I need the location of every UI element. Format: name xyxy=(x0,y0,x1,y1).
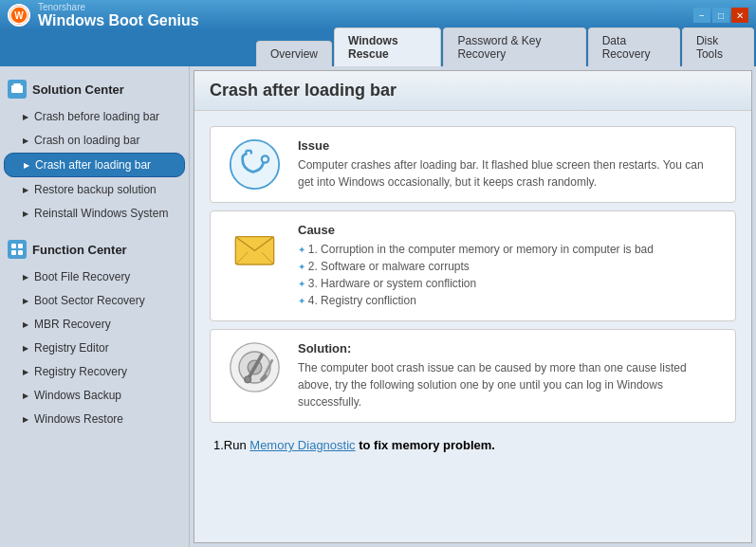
step1-container: 1.Run Memory Diagnostic to fix memory pr… xyxy=(210,430,736,460)
issue-text: Computer crashes after loading bar. It f… xyxy=(298,156,720,191)
main-container: Solution Center Crash before loading bar… xyxy=(0,66,756,547)
sidebar-item-windows-restore[interactable]: Windows Restore xyxy=(4,408,185,430)
solution-center-icon xyxy=(8,80,27,99)
sidebar: Solution Center Crash before loading bar… xyxy=(0,66,190,547)
issue-content: Issue Computer crashes after loading bar… xyxy=(298,138,720,191)
app-logo: W xyxy=(8,4,30,27)
solution-text: The computer boot crash issue can be cau… xyxy=(298,359,720,410)
titlebar: W Tenorshare Windows Boot Genius − □ ✕ xyxy=(0,0,756,30)
sidebar-item-registry-recovery[interactable]: Registry Recovery xyxy=(4,360,185,383)
svg-point-17 xyxy=(244,376,250,383)
function-center-icon xyxy=(8,240,27,259)
page-title: Crash after loading bar xyxy=(210,81,736,100)
cause-icon xyxy=(226,223,283,275)
solution-center-label: Solution Center xyxy=(32,82,124,97)
close-button[interactable]: ✕ xyxy=(731,8,748,23)
sidebar-item-crash-after[interactable]: Crash after loading bar xyxy=(4,153,185,177)
cause-item-2: 2. Software or malware corrupts xyxy=(298,258,720,275)
window-controls: − □ ✕ xyxy=(693,8,748,23)
svg-rect-4 xyxy=(11,244,16,248)
svg-rect-3 xyxy=(13,83,21,85)
svg-text:W: W xyxy=(14,10,24,21)
step1-suffix: to fix memory problem. xyxy=(356,438,495,452)
function-center-header: Function Center xyxy=(0,234,189,264)
memory-diagnostic-link[interactable]: Memory Diagnostic xyxy=(249,438,355,452)
content-area: Crash after loading bar Issue xyxy=(194,70,752,543)
sidebar-item-boot-sector[interactable]: Boot Sector Recovery xyxy=(4,289,185,312)
maximize-button[interactable]: □ xyxy=(712,8,729,23)
solution-content: Solution: The computer boot crash issue … xyxy=(298,341,720,410)
step1-prefix: 1.Run xyxy=(213,438,249,452)
cause-item-1: 1. Corruption in the computer memory or … xyxy=(298,241,720,258)
app-title-block: Tenorshare Windows Boot Genius xyxy=(38,2,199,29)
function-center-label: Function Center xyxy=(32,243,127,257)
tab-password-recovery[interactable]: Password & Key Recovery xyxy=(443,27,585,66)
content-body: Issue Computer crashes after loading bar… xyxy=(194,111,751,467)
issue-title: Issue xyxy=(298,138,720,153)
sidebar-item-registry-editor[interactable]: Registry Editor xyxy=(4,337,185,359)
sidebar-item-crash-before[interactable]: Crash before loading bar xyxy=(4,105,185,128)
cause-card: Cause 1. Corruption in the computer memo… xyxy=(210,210,736,321)
cause-title: Cause xyxy=(298,223,720,237)
sidebar-item-mbr-recovery[interactable]: MBR Recovery xyxy=(4,313,185,336)
cause-item-3: 3. Hardware or system confliction xyxy=(298,275,720,292)
tab-windows-rescue[interactable]: Windows Rescue xyxy=(334,27,441,66)
svg-rect-7 xyxy=(18,250,23,255)
svg-rect-5 xyxy=(18,244,23,248)
app-name: Windows Boot Genius xyxy=(38,12,199,29)
cause-list: 1. Corruption in the computer memory or … xyxy=(298,241,720,309)
issue-icon xyxy=(226,138,283,191)
sidebar-item-boot-file[interactable]: Boot File Recovery xyxy=(4,265,185,288)
sidebar-item-crash-on[interactable]: Crash on loading bar xyxy=(4,129,185,152)
solution-title: Solution: xyxy=(298,341,720,356)
tab-disk-tools[interactable]: Disk Tools xyxy=(682,27,754,66)
tab-overview[interactable]: Overview xyxy=(256,41,332,66)
svg-rect-2 xyxy=(11,85,23,93)
sidebar-item-reinstall-windows[interactable]: Reinstall Windows System xyxy=(4,202,185,225)
company-name: Tenorshare xyxy=(38,2,199,12)
solution-icon xyxy=(226,341,283,393)
issue-card: Issue Computer crashes after loading bar… xyxy=(210,126,736,203)
navbar: Overview Windows Rescue Password & Key R… xyxy=(0,30,756,66)
minimize-button[interactable]: − xyxy=(693,8,710,23)
sidebar-item-windows-backup[interactable]: Windows Backup xyxy=(4,384,185,407)
titlebar-left: W Tenorshare Windows Boot Genius xyxy=(8,2,199,29)
tab-data-recovery[interactable]: Data Recovery xyxy=(588,27,680,66)
cause-content: Cause 1. Corruption in the computer memo… xyxy=(298,223,720,309)
sidebar-item-restore-backup[interactable]: Restore backup solution xyxy=(4,178,185,201)
svg-point-8 xyxy=(230,140,278,189)
svg-rect-6 xyxy=(11,250,16,255)
solution-center-header: Solution Center xyxy=(0,74,189,104)
solution-card: Solution: The computer boot crash issue … xyxy=(210,329,736,423)
content-header: Crash after loading bar xyxy=(194,71,751,111)
cause-item-4: 4. Registry confliction xyxy=(298,292,720,309)
